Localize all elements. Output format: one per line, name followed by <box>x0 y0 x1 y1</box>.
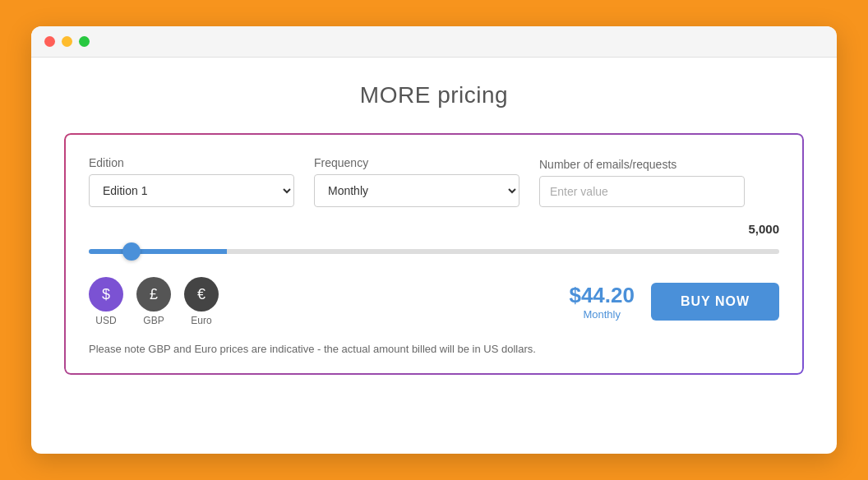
pricing-card: Edition Edition 1 Edition 2 Edition 3 Fr… <box>64 133 804 375</box>
frequency-group: Frequency Monthly Annually <box>314 156 519 207</box>
minimize-icon[interactable] <box>62 36 72 47</box>
price-buy-section: $44.20 Monthly BUY NOW <box>569 283 779 321</box>
window: MORE pricing Edition Edition 1 Edition 2… <box>31 26 837 454</box>
price-amount: $44.20 <box>569 283 635 308</box>
price-display: $44.20 Monthly <box>569 283 635 321</box>
form-row: Edition Edition 1 Edition 2 Edition 3 Fr… <box>89 156 779 207</box>
disclaimer-text: Please note GBP and Euro prices are indi… <box>89 343 779 355</box>
emails-input[interactable] <box>539 176 745 207</box>
usd-label: USD <box>95 315 116 326</box>
gbp-currency-item[interactable]: £ GBP <box>136 277 171 326</box>
edition-label: Edition <box>89 156 294 169</box>
usd-icon[interactable]: $ <box>89 277 123 312</box>
window-content: MORE pricing Edition Edition 1 Edition 2… <box>31 58 837 408</box>
frequency-label: Frequency <box>314 156 519 169</box>
euro-label: Euro <box>191 315 211 326</box>
slider-value-display: 5,000 <box>89 222 779 236</box>
emails-group: Number of emails/requests <box>539 158 745 207</box>
bottom-row: $ USD £ GBP € Euro $44.20 Month <box>89 277 779 326</box>
title-bar <box>31 26 837 58</box>
gbp-icon[interactable]: £ <box>136 277 171 312</box>
emails-slider[interactable] <box>89 249 779 254</box>
slider-container: 5,000 <box>89 222 779 257</box>
euro-currency-item[interactable]: € Euro <box>184 277 219 326</box>
usd-currency-item[interactable]: $ USD <box>89 277 123 326</box>
emails-label: Number of emails/requests <box>539 158 745 171</box>
close-icon[interactable] <box>44 36 55 47</box>
price-period: Monthly <box>569 308 635 321</box>
edition-group: Edition Edition 1 Edition 2 Edition 3 <box>89 156 294 207</box>
edition-select[interactable]: Edition 1 Edition 2 Edition 3 <box>89 174 294 207</box>
buy-now-button[interactable]: BUY NOW <box>651 283 779 321</box>
maximize-icon[interactable] <box>79 36 90 47</box>
page-title: MORE pricing <box>64 82 804 108</box>
frequency-select[interactable]: Monthly Annually <box>314 174 519 207</box>
euro-icon[interactable]: € <box>184 277 219 312</box>
currency-icons: $ USD £ GBP € Euro <box>89 277 219 326</box>
gbp-label: GBP <box>143 315 164 326</box>
